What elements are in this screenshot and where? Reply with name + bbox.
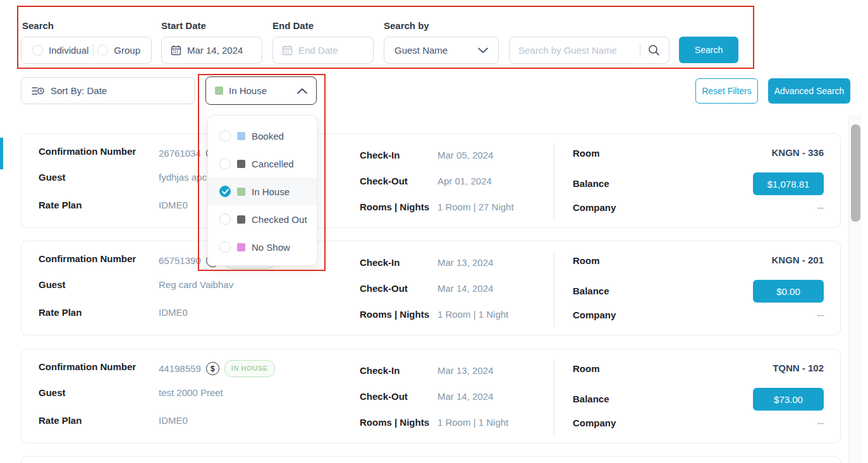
divider [554,143,554,220]
rooms-nights-label: Rooms | Nights [360,309,429,320]
balance-button[interactable]: $1,078.81 [753,172,824,195]
rate-plan-value: IDME0 [159,415,188,426]
reservation-card[interactable]: Confirmation Number 65751390 $ IN HOUSE … [21,241,841,335]
status-option-label: No Show [252,242,290,253]
rate-plan-value: IDME0 [159,200,188,211]
company-value: -- [817,418,824,429]
rate-plan-value: IDME0 [159,307,188,318]
status-option-cancelled[interactable]: Cancelled [208,150,317,177]
active-card-indicator [0,138,3,169]
balance-button[interactable]: $0.00 [753,280,824,303]
divider [554,359,554,436]
chevron-down-icon [478,47,488,54]
room-value: TQNN - 102 [773,363,824,374]
search-by-label: Search by [384,20,429,31]
rate-plan-label: Rate Plan [39,200,82,211]
status-option-in-house[interactable]: In House [208,177,317,205]
search-section-label: Search [22,20,54,31]
scrollbar-track[interactable] [848,115,862,463]
sort-by-date-icon [32,86,44,96]
status-option-checked-out[interactable]: Checked Out [208,205,317,233]
rooms-nights-label: Rooms | Nights [360,201,429,213]
reservation-card[interactable]: Confirmation Number 26761034 $ IN HOUSE … [21,133,841,228]
confirmation-number-value[interactable]: 26761034 [159,148,201,159]
divider [640,44,640,57]
check-out-value: Apr 01, 2024 [437,176,492,187]
room-label: Room [573,363,600,375]
check-out-value: Mar 14, 2024 [437,283,493,294]
status-color-swatch [237,188,245,196]
room-label: Room [573,255,600,267]
rooms-nights-value: 1 Room | 1 Night [437,417,508,428]
check-in-label: Check-In [360,257,400,268]
confirmation-number-label: Confirmation Number [39,361,136,373]
confirmation-number-row: 44198559 $ IN HOUSE [159,360,275,377]
rate-plan-label: Rate Plan [39,415,82,426]
search-button[interactable]: Search [679,37,738,63]
radio-individual[interactable]: Individual [32,45,89,56]
status-option-booked[interactable]: Booked [208,122,317,150]
status-color-swatch [237,132,245,140]
sort-by-value: Sort By: Date [51,85,107,96]
search-icon[interactable] [648,44,660,56]
confirmation-number-label: Confirmation Number [39,253,136,265]
balance-button[interactable]: $73.00 [753,388,824,411]
room-value: KNGN - 201 [771,255,824,266]
rooms-nights-value: 1 Room | 1 Night [437,309,508,320]
guest-type-radio-group: Individual Group [21,37,152,64]
guest-value: Reg card Vaibhav [159,279,233,291]
reset-filters-button[interactable]: Reset Filters [695,78,758,104]
guest-label: Guest [39,279,66,291]
search-by-select[interactable]: Guest Name [384,37,499,64]
status-color-swatch [237,243,245,251]
guest-label: Guest [39,172,66,183]
radio-individual-label: Individual [49,45,89,56]
status-filter-dropdown-panel: Booked Cancelled In House Checked Out No… [207,115,317,266]
scrollbar-thumb[interactable] [851,124,860,222]
rooms-nights-value: 1 Room | 27 Night [437,201,514,213]
radio-circle-icon [32,45,43,56]
status-filter-dropdown-button[interactable]: In House [205,76,317,105]
radio-group[interactable]: Group [97,45,140,56]
status-option-label: Checked Out [252,214,307,225]
status-option-label: Cancelled [252,159,294,169]
company-value: -- [817,202,824,213]
radio-checked-icon [219,186,231,197]
status-option-label: In House [252,186,290,197]
status-option-no-show[interactable]: No Show [208,233,317,261]
balance-label: Balance [573,178,609,189]
dollar-icon: $ [206,362,219,375]
advanced-search-button[interactable]: Advanced Search [768,78,850,104]
start-date-input[interactable]: Mar 14, 2024 [161,37,262,64]
status-color-swatch [237,215,245,224]
balance-label: Balance [573,286,609,297]
confirmation-number-value[interactable]: 65751390 [159,255,201,267]
status-filter-value: In House [229,85,291,96]
guest-label: Guest [39,387,66,399]
check-out-value: Mar 14, 2024 [437,391,493,402]
guest-search-input[interactable]: Search by Guest Name [509,37,669,64]
company-label: Company [573,418,616,429]
status-color-swatch [215,87,223,95]
check-in-value: Mar 13, 2024 [437,365,493,376]
radio-circle-icon [97,45,108,56]
guest-value: fydhjas apcp [159,172,212,183]
start-date-value: Mar 14, 2024 [187,45,243,56]
check-in-value: Mar 13, 2024 [437,257,493,268]
check-in-value: Mar 05, 2024 [437,150,493,161]
confirmation-number-label: Confirmation Number [39,146,136,157]
sort-by-control[interactable]: Sort By: Date [21,77,195,104]
radio-circle-icon [219,241,231,253]
guest-value: test 2000 Preet [159,387,223,399]
radio-circle-icon [219,213,231,225]
rooms-nights-label: Rooms | Nights [360,417,429,428]
reservation-card[interactable]: Confirmation Number 44198559 $ IN HOUSE … [21,349,841,443]
end-date-input[interactable]: End Date [272,37,374,64]
check-out-label: Check-Out [360,283,408,294]
chevron-up-icon [297,88,307,94]
status-option-label: Booked [252,131,284,141]
confirmation-number-value[interactable]: 44198559 [159,363,201,375]
check-in-label: Check-In [360,365,400,376]
room-value: KNGN - 336 [771,147,824,159]
company-label: Company [573,310,616,321]
